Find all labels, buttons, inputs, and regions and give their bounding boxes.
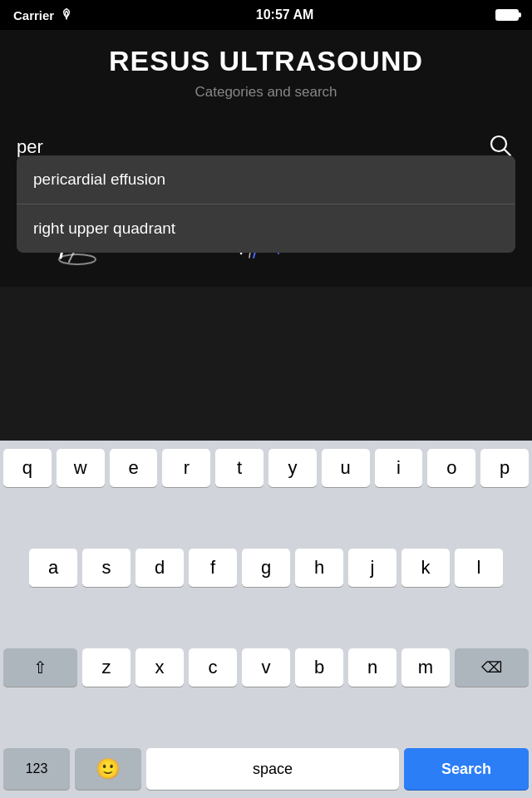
key-o[interactable]: o [427,449,475,487]
key-f[interactable]: f [189,549,237,587]
key-e[interactable]: e [110,449,158,487]
key-a[interactable]: a [29,549,77,587]
key-space[interactable]: space [146,748,399,790]
key-numbers[interactable]: 123 [3,748,70,790]
key-j[interactable]: j [348,549,397,587]
key-c[interactable]: c [189,648,237,687]
key-w[interactable]: w [57,449,105,487]
key-b[interactable]: b [295,648,343,687]
status-left: Carrier [13,8,74,22]
key-i[interactable]: i [375,449,423,487]
key-d[interactable]: d [135,549,184,587]
svg-line-2 [505,150,510,155]
key-search[interactable]: Search [404,748,529,790]
key-q[interactable]: q [3,449,52,487]
key-g[interactable]: g [242,549,290,587]
autocomplete-item-1[interactable]: right upper quadrant [17,204,515,253]
status-right [495,9,519,21]
search-area: pericardial effusion right upper quadran… [0,114,532,170]
status-time: 10:57 AM [256,7,314,22]
svg-point-0 [66,17,67,19]
key-s[interactable]: s [82,549,131,587]
key-n[interactable]: n [348,648,397,687]
key-h[interactable]: h [295,549,343,587]
key-y[interactable]: y [268,449,317,487]
wifi-icon [59,8,74,22]
key-x[interactable]: x [135,648,184,687]
key-t[interactable]: t [215,449,264,487]
key-emoji[interactable]: 🙂 [75,748,141,790]
key-l[interactable]: l [455,549,503,587]
svg-point-3 [59,254,96,264]
key-p[interactable]: p [480,449,529,487]
key-shift[interactable]: ⇧ [3,648,77,687]
keyboard: q w e r t y u i o p a s d f g h j k l ⇧ … [0,441,532,798]
keyboard-rows: q w e r t y u i o p a s d f g h j k l ⇧ … [0,441,532,745]
key-v[interactable]: v [242,648,290,687]
app-title: RESUS ULTRASOUND [17,45,515,77]
keyboard-bottom-row: 123 🙂 space Search [0,745,532,798]
key-u[interactable]: u [322,449,370,487]
key-k[interactable]: k [401,549,450,587]
autocomplete-item-0[interactable]: pericardial effusion [17,155,515,204]
autocomplete-dropdown: pericardial effusion right upper quadran… [17,155,515,253]
key-m[interactable]: m [401,648,450,687]
search-input[interactable] [17,136,485,158]
key-delete[interactable]: ⌫ [455,648,529,687]
carrier-label: Carrier [13,8,54,22]
app-subtitle: Categories and search [17,84,515,101]
app-header: RESUS ULTRASOUND Categories and search [0,30,532,114]
key-z[interactable]: z [82,648,131,687]
key-row-3: ⇧ z x c v b n m ⌫ [3,648,529,741]
status-bar: Carrier 10:57 AM [0,0,532,30]
key-row-2: a s d f g h j k l [3,549,529,642]
key-row-1: q w e r t y u i o p [3,449,529,542]
search-icon [489,134,512,157]
battery-icon [495,9,519,21]
key-r[interactable]: r [162,449,210,487]
